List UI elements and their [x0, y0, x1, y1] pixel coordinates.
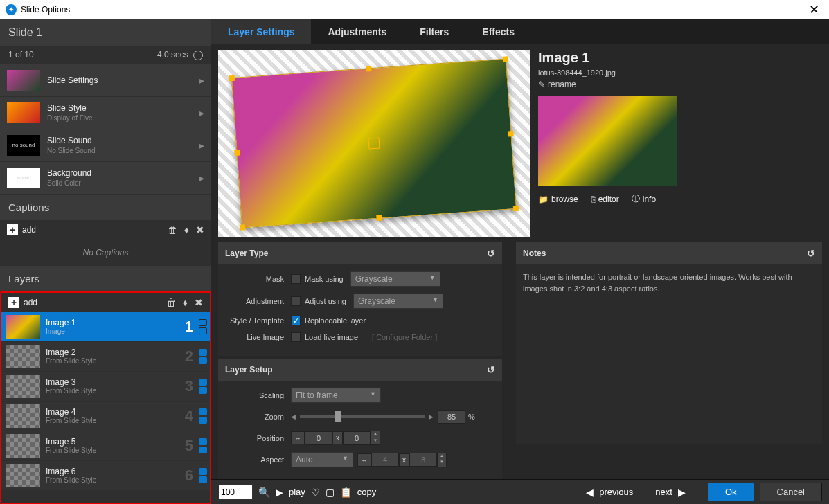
live-image-label: Live Image [225, 333, 291, 341]
slide-duration: 4.0 secs [157, 50, 203, 60]
add-caption-icon[interactable]: + [7, 224, 18, 235]
settings-row-3[interactable]: color BackgroundSolid Color ▸ [0, 162, 211, 194]
layer-name: Image 5 [46, 437, 96, 447]
layer-visibility-icons[interactable] [199, 438, 207, 453]
zoom-slider[interactable] [300, 415, 425, 418]
layer-row-1[interactable]: Image 2From Slide Style 2 [1, 342, 210, 371]
copy-label[interactable]: copy [357, 487, 376, 497]
layer-trash-icon[interactable]: 🗑 [166, 297, 176, 308]
aspect-select[interactable]: Auto▼ [291, 452, 353, 467]
copy-icon[interactable]: 📋 [340, 487, 352, 498]
tools-icon[interactable]: ✖ [196, 224, 204, 235]
close-icon[interactable]: ✕ [805, 2, 823, 17]
add-caption-label[interactable]: add [22, 225, 36, 235]
rename-button[interactable]: ✎rename [538, 80, 822, 89]
chevron-down-icon: ▼ [342, 455, 348, 465]
info-button[interactable]: ⓘinfo [632, 193, 656, 205]
layer-sub: From Slide Style [46, 417, 96, 424]
aspect-stepper[interactable]: ▲▼ [437, 453, 447, 467]
adjustment-checkbox[interactable] [291, 296, 301, 306]
add-layer-icon[interactable]: + [8, 297, 19, 308]
configure-folder-link[interactable]: [ Configure Folder ] [372, 333, 437, 341]
app-icon: ✦ [6, 4, 17, 15]
add-layer-label[interactable]: add [24, 298, 37, 307]
settings-sub: No Slide Sound [47, 147, 96, 154]
position-x-input[interactable] [305, 431, 332, 445]
settings-sub: Display of Five [47, 114, 93, 122]
layer-visibility-icons[interactable] [199, 349, 207, 364]
magnify-icon[interactable]: 🔍 [258, 487, 270, 498]
chevron-right-icon: ▸ [199, 172, 204, 183]
no-captions-text: No Captions [0, 240, 211, 266]
browse-button[interactable]: 📁browse [538, 193, 578, 205]
layer-number: 4 [185, 407, 193, 425]
heart-icon[interactable]: ♡ [311, 487, 320, 498]
layer-thumb [6, 434, 40, 458]
notes-header: Notes ↺ [516, 242, 822, 264]
layer-sort-icon[interactable]: ♦ [183, 297, 188, 308]
monitor-icon[interactable]: ▢ [326, 487, 335, 498]
window-title: Slide Options [21, 5, 805, 15]
x-label: x [399, 453, 409, 467]
play-label[interactable]: play [289, 487, 305, 497]
prev-label[interactable]: previous [599, 487, 633, 497]
center-target-icon[interactable] [368, 137, 380, 149]
captions-header: Captions [0, 195, 211, 220]
next-label[interactable]: next [655, 487, 672, 497]
layer-name: Image 3 [46, 377, 96, 387]
aspect-y-input[interactable] [409, 453, 437, 467]
sort-icon[interactable]: ♦ [184, 224, 189, 235]
reset-layer-type-icon[interactable]: ↺ [487, 248, 495, 259]
position-y-input[interactable] [343, 431, 371, 445]
preview-canvas[interactable] [218, 50, 530, 237]
zoom-label: Zoom [225, 413, 291, 421]
prev-arrow-icon[interactable]: ◀ [586, 487, 594, 498]
slide-meta: 1 of 10 4.0 secs [0, 46, 211, 64]
trash-icon[interactable]: 🗑 [168, 224, 177, 235]
live-image-checkbox[interactable] [291, 332, 301, 342]
play-icon[interactable]: ▶ [276, 487, 283, 498]
layer-row-3[interactable]: Image 4From Slide Style 4 [1, 402, 210, 431]
ok-button[interactable]: Ok [708, 483, 754, 501]
tab-layer-settings[interactable]: Layer Settings [211, 19, 311, 44]
settings-row-1[interactable]: Slide StyleDisplay of Five ▸ [0, 97, 211, 129]
window-titlebar: ✦ Slide Options ✕ [0, 0, 829, 19]
position-stepper[interactable]: ▲▼ [371, 431, 380, 445]
settings-row-2[interactable]: no sound Slide SoundNo Slide Sound ▸ [0, 129, 211, 161]
replaceable-checkbox[interactable]: ✓ [291, 316, 301, 325]
settings-title: Slide Sound [47, 136, 96, 145]
layers-panel: + add 🗑 ♦ ✖ Image 1Image 1 Image 2From S… [0, 291, 211, 504]
mask-select[interactable]: Grayscale▼ [350, 271, 440, 287]
settings-sub: Solid Color [47, 179, 91, 187]
tab-adjustments[interactable]: Adjustments [311, 19, 403, 44]
layer-visibility-icons[interactable] [199, 379, 207, 394]
notes-text[interactable]: This layer is intended for portrait or l… [516, 264, 822, 444]
next-arrow-icon[interactable]: ▶ [678, 487, 686, 498]
settings-row-0[interactable]: Slide Settings ▸ [0, 64, 211, 96]
editor-button[interactable]: ⎘editor [591, 193, 619, 205]
layer-visibility-icons[interactable] [199, 468, 207, 483]
chevron-down-icon: ▼ [429, 274, 436, 284]
layer-row-0[interactable]: Image 1Image 1 [1, 312, 210, 341]
aspect-x-input[interactable] [371, 453, 399, 467]
layer-row-2[interactable]: Image 3From Slide Style 3 [1, 372, 210, 401]
reset-layer-setup-icon[interactable]: ↺ [487, 364, 495, 375]
reset-notes-icon[interactable]: ↺ [807, 248, 815, 259]
layer-row-5[interactable]: Image 6From Slide Style 6 [1, 461, 210, 490]
layer-row-4[interactable]: Image 5From Slide Style 5 [1, 431, 210, 460]
layer-tools-icon[interactable]: ✖ [195, 297, 203, 308]
mask-checkbox[interactable] [291, 274, 301, 284]
settings-thumb: color [7, 168, 40, 188]
layer-visibility-icons[interactable] [199, 408, 207, 424]
tab-effects[interactable]: Effects [465, 19, 531, 44]
layer-visibility-icons[interactable] [199, 319, 207, 334]
zoom-input[interactable] [438, 410, 465, 424]
timeline-zoom-input[interactable] [218, 485, 253, 500]
adjustment-select[interactable]: Grayscale▼ [353, 294, 443, 309]
image-thumbnail [538, 96, 677, 186]
layer-number: 3 [185, 377, 193, 395]
tab-filters[interactable]: Filters [403, 19, 465, 44]
cancel-button[interactable]: Cancel [760, 483, 822, 501]
scaling-select[interactable]: Fit to frame▼ [291, 388, 381, 403]
adjustment-text: Adjust using [305, 297, 346, 305]
